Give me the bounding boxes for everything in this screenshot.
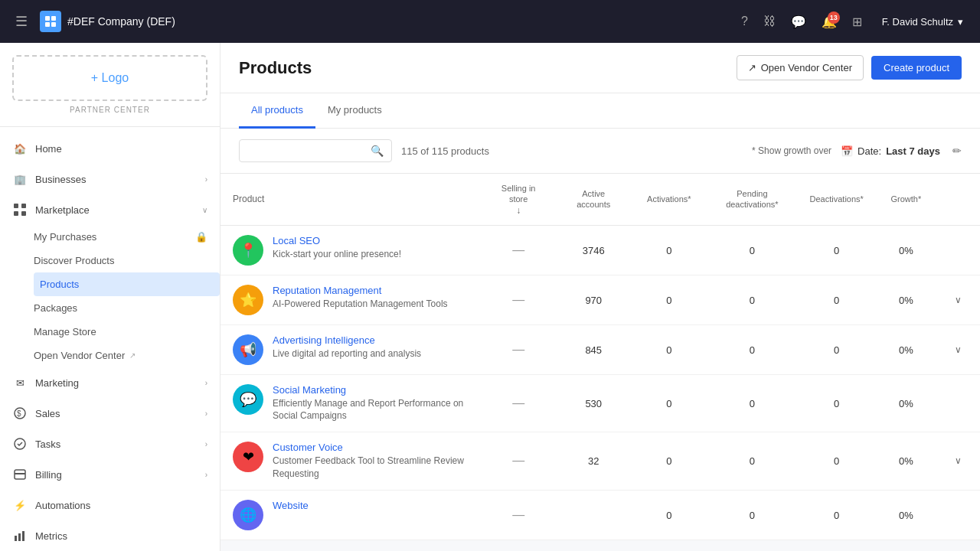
- tasks-chevron-icon: ›: [205, 440, 207, 448]
- sales-icon: $: [12, 406, 28, 421]
- sidebar-sub-item-my-purchases[interactable]: My Purchases 🔒: [34, 225, 220, 249]
- tab-my-products-label: My products: [328, 104, 382, 116]
- product-name-reputation-management[interactable]: Reputation Management: [273, 285, 448, 296]
- help-button[interactable]: ?: [735, 8, 754, 34]
- search-icon: 🔍: [371, 145, 384, 157]
- billing-chevron-icon: ›: [205, 471, 207, 479]
- apps-button[interactable]: ⊞: [846, 8, 868, 35]
- user-chevron-icon: ▾: [958, 16, 963, 28]
- sidebar-item-tasks[interactable]: Tasks ›: [0, 429, 220, 459]
- selling-in-store-reputation-management: —: [481, 275, 556, 324]
- date-filter-label: Date:: [858, 145, 881, 157]
- create-product-button[interactable]: Create product: [871, 56, 962, 80]
- chat-button[interactable]: 💬: [785, 8, 812, 35]
- open-vendor-center-button[interactable]: ↗ Open Vendor Center: [737, 55, 864, 80]
- date-filter[interactable]: 📅 Date: Last 7 days: [841, 145, 940, 157]
- pending-deactivations-customer-voice: 0: [707, 432, 797, 491]
- product-name-advertising-intelligence[interactable]: Advertising Intelligence: [273, 334, 421, 346]
- expand-cell-website: [936, 490, 980, 540]
- sidebar-sub-item-products[interactable]: Products: [34, 272, 220, 296]
- product-desc-customer-voice: Customer Feedback Tool to Streamline Rev…: [273, 455, 469, 481]
- sidebar-sub-item-discover-products[interactable]: Discover Products: [34, 249, 220, 272]
- product-desc-local-seo: Kick-start your online presence!: [273, 248, 401, 261]
- expand-button-customer-voice[interactable]: ∨: [949, 452, 968, 469]
- company-icon: [40, 11, 61, 32]
- deactivations-reputation-management: 0: [798, 275, 876, 324]
- expand-button-reputation-management[interactable]: ∨: [949, 292, 968, 308]
- billing-icon: [12, 467, 28, 482]
- page-title: Products: [239, 58, 737, 78]
- svg-rect-6: [14, 211, 18, 216]
- sidebar-item-metrics[interactable]: Metrics: [0, 520, 220, 551]
- svg-rect-12: [15, 473, 25, 474]
- hamburger-button[interactable]: ☰: [9, 7, 34, 36]
- link-button[interactable]: ⛓: [757, 8, 782, 34]
- marketplace-icon: [12, 202, 28, 217]
- sidebar-item-automations[interactable]: ⚡ Automations: [0, 490, 220, 520]
- product-cell-website: 🌐 Website: [220, 490, 481, 540]
- product-icon-advertising-intelligence: 📢: [233, 334, 263, 365]
- product-cell-social-marketing: 💬 Social Marketing Efficiently Manage an…: [220, 374, 481, 432]
- businesses-icon: 🏢: [12, 171, 28, 187]
- notification-button[interactable]: 🔔 13: [815, 8, 843, 35]
- col-product: Product: [220, 174, 481, 225]
- sidebar-sub-item-open-vendor-center[interactable]: Open Vendor Center ↗: [34, 344, 220, 367]
- product-name-local-seo[interactable]: Local SEO: [273, 235, 401, 246]
- sidebar-sub-item-manage-store[interactable]: Manage Store: [34, 320, 220, 344]
- col-expand: [936, 174, 980, 225]
- sidebar-item-sales[interactable]: $ Sales ›: [0, 398, 220, 429]
- products-label: Products: [40, 279, 79, 290]
- tab-all-products[interactable]: All products: [239, 93, 315, 129]
- sidebar-item-billing[interactable]: Billing ›: [0, 459, 220, 490]
- product-icon-website: 🌐: [233, 500, 263, 530]
- product-icon-local-seo: 📍: [233, 235, 263, 266]
- nav-icons: ? ⛓ 💬 🔔 13 ⊞: [735, 8, 868, 35]
- growth-website: 0%: [876, 490, 936, 540]
- table-header-row: Product Selling in store ↓ Active accoun…: [220, 174, 980, 225]
- logo-button[interactable]: + Logo: [12, 55, 207, 101]
- sidebar-item-tasks-label: Tasks: [35, 439, 60, 450]
- activations-reputation-management: 0: [631, 275, 707, 324]
- expand-cell-customer-voice: ∨: [936, 432, 980, 491]
- content-area: Products ↗ Open Vendor Center Create pro…: [220, 43, 980, 551]
- product-info-advertising-intelligence: Advertising Intelligence Live digital ad…: [273, 334, 421, 360]
- product-cell-reputation-management: ⭐ Reputation Management AI-Powered Reput…: [220, 275, 481, 324]
- search-box[interactable]: 🔍: [239, 139, 392, 162]
- selling-in-store-customer-voice: —: [481, 432, 556, 491]
- edit-icon[interactable]: ✏: [952, 145, 962, 157]
- deactivations-social-marketing: 0: [798, 374, 876, 432]
- expand-cell-advertising-intelligence: ∨: [936, 324, 980, 374]
- col-pending-deactivations: Pending deactivations*: [707, 174, 797, 225]
- selling-in-store-local-seo: —: [481, 225, 556, 275]
- marketplace-chevron-icon: ∨: [202, 206, 207, 214]
- products-toolbar: 🔍 115 of 115 products * Show growth over…: [220, 129, 980, 174]
- expand-button-advertising-intelligence[interactable]: ∨: [949, 341, 968, 358]
- sidebar-item-marketing[interactable]: ✉ Marketing ›: [0, 367, 220, 398]
- products-table: Product Selling in store ↓ Active accoun…: [220, 174, 980, 540]
- sort-down-icon: ↓: [516, 205, 521, 216]
- col-selling-in-store[interactable]: Selling in store ↓: [481, 174, 556, 225]
- logo-label: + Logo: [91, 71, 129, 85]
- product-desc-social-marketing: Efficiently Manage and Report Performanc…: [273, 397, 469, 423]
- notification-badge: 13: [828, 11, 840, 24]
- active-accounts-website: [556, 490, 631, 540]
- selling-in-store-social-marketing: —: [481, 374, 556, 432]
- tab-my-products[interactable]: My products: [315, 93, 394, 129]
- sidebar-sub-item-packages[interactable]: Packages: [34, 296, 220, 320]
- content-header: Products ↗ Open Vendor Center Create pro…: [220, 43, 980, 93]
- sidebar-item-billing-label: Billing: [35, 469, 62, 481]
- product-name-social-marketing[interactable]: Social Marketing: [273, 384, 469, 396]
- product-name-website[interactable]: Website: [273, 500, 309, 511]
- table-row: 📍 Local SEO Kick-start your online prese…: [220, 225, 980, 275]
- sidebar-item-businesses[interactable]: 🏢 Businesses ›: [0, 164, 220, 194]
- product-name-customer-voice[interactable]: Customer Voice: [273, 442, 469, 453]
- sidebar-item-marketplace[interactable]: Marketplace ∨: [0, 194, 220, 225]
- partner-center-label: PARTNER CENTER: [12, 106, 207, 114]
- user-menu-button[interactable]: F. David Schultz ▾: [874, 11, 971, 32]
- sidebar-item-home[interactable]: 🏠 Home: [0, 133, 220, 164]
- product-info-local-seo: Local SEO Kick-start your online presenc…: [273, 235, 401, 261]
- deactivations-customer-voice: 0: [798, 432, 876, 491]
- search-input[interactable]: [247, 145, 371, 157]
- product-info-reputation-management: Reputation Management AI-Powered Reputat…: [273, 285, 448, 311]
- table-body: 📍 Local SEO Kick-start your online prese…: [220, 225, 980, 540]
